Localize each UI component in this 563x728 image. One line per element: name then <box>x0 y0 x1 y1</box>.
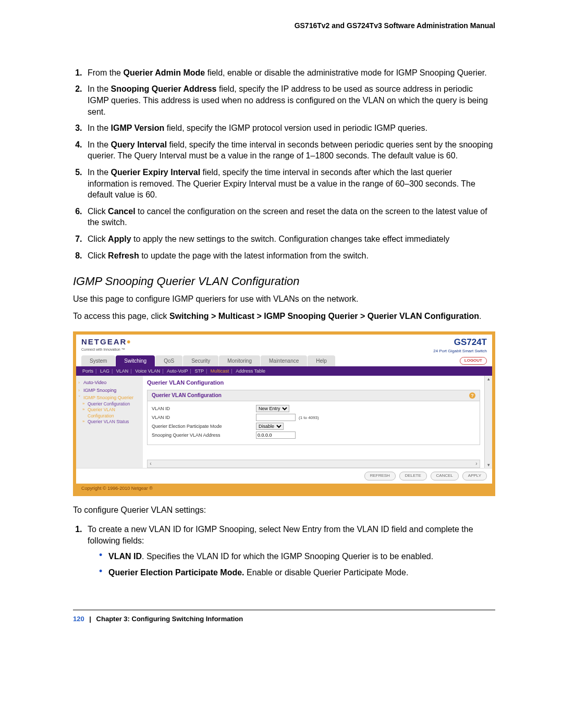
subtab-ports[interactable]: Ports <box>82 368 93 374</box>
step-1: From the Querier Admin Mode field, enabl… <box>84 67 495 79</box>
section-heading: IGMP Snooping Querier VLAN Configuration <box>73 274 495 289</box>
bullet-vlan-id: VLAN ID. Specifies the VLAN ID for which… <box>99 551 495 562</box>
vertical-scrollbar[interactable]: ▴▾ <box>484 376 492 467</box>
configure-line: To configure Querier VLAN settings: <box>73 504 495 516</box>
tab-switching[interactable]: Switching <box>116 355 155 367</box>
config-box-body: VLAN ID New Entry VLAN ID (1 to 4093) Qu… <box>147 401 480 445</box>
step-4: In the Query Interval field, specify the… <box>84 139 495 162</box>
main-tabs: System Switching QoS Security Monitoring… <box>76 355 492 367</box>
horizontal-scrollbar[interactable]: ‹› <box>147 460 480 468</box>
subtab-multicast[interactable]: Multicast <box>211 368 229 374</box>
section-intro: Use this page to configure IGMP queriers… <box>73 293 495 305</box>
page-number: 120 <box>73 615 84 623</box>
subtab-vlan[interactable]: VLAN <box>116 368 129 374</box>
tab-maintenance[interactable]: Maintenance <box>261 355 307 367</box>
querier-election-select[interactable]: Disable <box>256 423 284 430</box>
delete-button[interactable]: DELETE <box>399 472 427 480</box>
sidebar-sub-querier-config[interactable]: Querier Configuration <box>78 401 141 407</box>
config-box-header: Querier VLAN Configuration ? <box>147 390 480 401</box>
label-querier-election: Querier Election Participate Mode <box>152 423 256 429</box>
copyright-text: Copyright © 1996-2010 Netgear ® <box>76 484 492 493</box>
logout-button[interactable]: LOGOUT <box>460 357 487 365</box>
step-3: In the IGMP Version field, specify the I… <box>84 122 495 134</box>
netgear-logo: NETGEAR• <box>81 337 131 347</box>
top-ordered-list: From the Querier Admin Mode field, enabl… <box>73 67 495 261</box>
tab-monitoring[interactable]: Monitoring <box>219 355 260 367</box>
vlan-id-hint: (1 to 4093) <box>299 415 319 420</box>
page-footer: 120 | Chapter 3: Configuring Switching I… <box>73 614 495 624</box>
step-8: Click Refresh to update the page with th… <box>84 250 495 262</box>
subtab-auto-voip[interactable]: Auto-VoIP <box>167 368 188 374</box>
panel-title: Querier VLAN Configuration <box>147 379 480 387</box>
embedded-screenshot: NETGEAR• Connect with Innovation ™ GS724… <box>73 331 495 496</box>
sidebar-item-igmp-snooping[interactable]: IGMP Snooping <box>78 387 141 394</box>
cancel-button[interactable]: CANCEL <box>431 472 459 480</box>
subtab-voice-vlan[interactable]: Voice VLAN <box>135 368 160 374</box>
footer-rule <box>73 610 495 610</box>
apply-button[interactable]: APPLY <box>462 472 487 480</box>
vlan-id-input[interactable] <box>256 414 296 421</box>
brand-block: NETGEAR• Connect with Innovation ™ <box>81 337 131 352</box>
snooping-address-input[interactable] <box>256 431 296 439</box>
chapter-label: Chapter 3: Configuring Switching Informa… <box>96 615 243 623</box>
step-2: In the Snooping Querier Address field, s… <box>84 83 495 117</box>
sidebar: Auto-Video IGMP Snooping IGMP Snooping Q… <box>76 376 143 467</box>
sidebar-item-igmp-snooping-querier[interactable]: IGMP Snooping Querier <box>78 394 141 401</box>
tab-security[interactable]: Security <box>183 355 218 367</box>
vlan-id-select[interactable]: New Entry <box>256 405 289 412</box>
page-header: GS716Tv2 and GS724Tv3 Software Administr… <box>73 21 495 31</box>
tab-system[interactable]: System <box>81 355 115 367</box>
step-6: Click Cancel to cancel the configuration… <box>84 206 495 228</box>
access-path-line: To access this page, click Switching > M… <box>73 311 495 322</box>
model-block: GS724T 24 Port Gigabit Smart Switch <box>433 337 487 354</box>
bullet-list: VLAN ID. Specifies the VLAN ID for which… <box>88 551 495 578</box>
step-7: Click Apply to apply the new settings to… <box>84 233 495 245</box>
label-vlan-id-text: VLAN ID <box>152 414 256 421</box>
tab-qos[interactable]: QoS <box>155 355 182 367</box>
step-5: In the Querier Expiry Interval field, sp… <box>84 167 495 201</box>
sidebar-item-auto-video[interactable]: Auto-Video <box>78 379 141 386</box>
brand-tagline: Connect with Innovation ™ <box>81 347 131 352</box>
subtab-stp[interactable]: STP <box>194 368 204 374</box>
subtab-address-table[interactable]: Address Table <box>236 368 265 374</box>
sub-tabs: Ports| LAG| VLAN| Voice VLAN| Auto-VoIP|… <box>76 366 492 376</box>
help-icon[interactable]: ? <box>469 392 475 399</box>
sidebar-sub-querier-vlan-status[interactable]: Querier VLAN Status <box>78 419 141 425</box>
action-button-row: REFRESH DELETE CANCEL APPLY <box>76 468 492 484</box>
subtab-lag[interactable]: LAG <box>100 368 109 374</box>
tab-help[interactable]: Help <box>308 355 335 367</box>
main-panel: Querier VLAN Configuration Querier VLAN … <box>143 376 484 467</box>
sidebar-sub-querier-vlan-config[interactable]: Querier VLAN Configuration <box>78 407 141 419</box>
bottom-ordered-list: To create a new VLAN ID for IGMP Snoopin… <box>73 524 495 578</box>
label-vlan-id-select: VLAN ID <box>152 405 256 412</box>
refresh-button[interactable]: REFRESH <box>364 472 396 480</box>
label-snooping-address: Snooping Querier VLAN Address <box>152 432 256 438</box>
bullet-querier-election: Querier Election Participate Mode. Enabl… <box>99 567 495 578</box>
bottom-step-1: To create a new VLAN ID for IGMP Snoopin… <box>84 524 495 578</box>
